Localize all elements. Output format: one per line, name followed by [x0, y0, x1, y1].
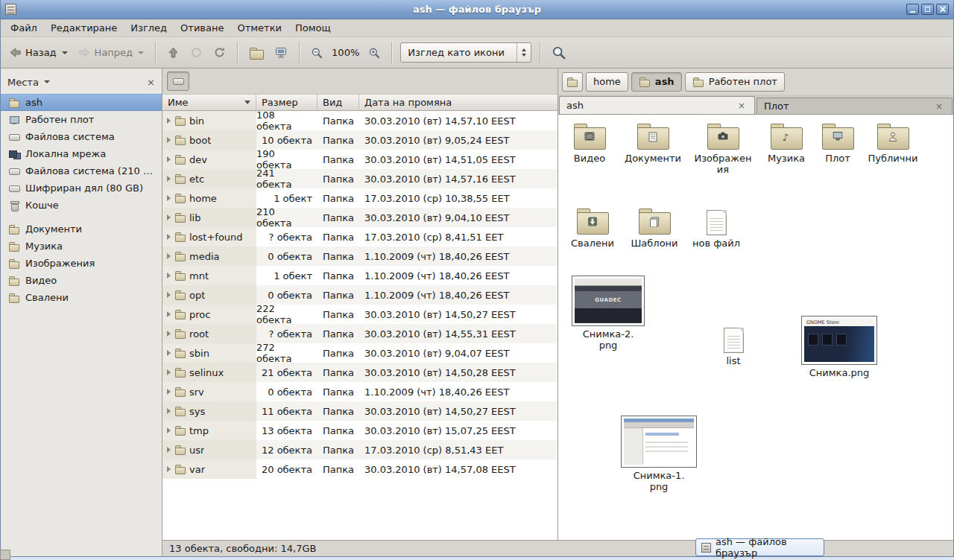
expander-icon[interactable]	[167, 214, 171, 220]
table-row[interactable]: tmp 13 обекта Папка 30.03.2010 (вт) 15,0…	[162, 421, 557, 440]
expander-icon[interactable]	[167, 137, 171, 143]
table-row[interactable]: media 0 обекта Папка 1.10.2009 (чт) 18,4…	[162, 246, 557, 266]
sidebar-item[interactable]: Документи	[1, 220, 162, 238]
maximize-button[interactable]	[921, 4, 934, 15]
sidebar-item[interactable]: Локална мрежа	[1, 145, 162, 162]
path-scroll-button[interactable]	[562, 72, 583, 92]
expander-icon[interactable]	[167, 176, 171, 182]
tab-close-icon[interactable]: ×	[736, 101, 748, 111]
table-row[interactable]: sys 11 обекта Папка 30.03.2010 (вт) 14,5…	[162, 401, 557, 421]
back-dropdown-icon[interactable]	[62, 51, 68, 54]
path-button-root[interactable]	[167, 71, 189, 91]
minimize-button[interactable]	[906, 4, 919, 15]
expander-icon[interactable]	[167, 369, 171, 375]
sidebar-item[interactable]: Файлова система	[1, 128, 162, 145]
search-button[interactable]	[547, 42, 571, 63]
icon-view[interactable]: Видео Документи	[558, 115, 953, 540]
menu-view[interactable]: Изглед	[124, 19, 174, 36]
expander-icon[interactable]	[167, 466, 171, 472]
expander-icon[interactable]	[167, 273, 171, 279]
tab-desktop[interactable]: Плот ×	[756, 98, 953, 114]
sidebar-item[interactable]: Шифриран дял (80 GB)	[1, 179, 162, 197]
table-row[interactable]: mnt 1 обект Папка 1.10.2009 (чт) 18,40,2…	[162, 266, 557, 285]
stop-button[interactable]	[186, 43, 207, 62]
table-row[interactable]: selinux 21 обекта Папка 30.03.2010 (вт) …	[162, 363, 557, 382]
file-new-file[interactable]: нов файл	[688, 210, 745, 249]
column-header-type[interactable]: Вид	[318, 95, 359, 110]
sidebar-item[interactable]: Изображения	[1, 255, 162, 272]
table-row[interactable]: home 1 обект Папка 17.03.2010 (ср) 10,38…	[162, 188, 557, 208]
sidebar-item[interactable]: Видео	[1, 272, 162, 289]
menu-go[interactable]: Отиване	[174, 19, 230, 36]
tab-close-icon[interactable]: ×	[933, 101, 945, 112]
sidebar-title[interactable]: Места	[7, 77, 39, 88]
path-button-ash[interactable]: ash	[631, 72, 682, 92]
sidebar-close-icon[interactable]: ×	[147, 77, 155, 87]
sidebar-item[interactable]: Работен плот	[1, 111, 162, 128]
expander-icon[interactable]	[167, 292, 171, 298]
expander-icon[interactable]	[167, 447, 171, 453]
table-row[interactable]: srv 0 обекта Папка 1.10.2009 (чт) 18,40,…	[162, 382, 557, 401]
table-row[interactable]: bin 108 обекта Папка 30.03.2010 (вт) 14,…	[162, 111, 557, 130]
table-row[interactable]: boot 10 обекта Папка 30.03.2010 (вт) 9,0…	[162, 130, 557, 150]
forward-dropdown-icon[interactable]	[138, 51, 144, 54]
folder-documents[interactable]: Документи	[621, 122, 685, 165]
tab-ash[interactable]: ash ×	[559, 96, 755, 114]
zoom-level[interactable]: 100%	[329, 47, 362, 58]
folder-desktop[interactable]: Плот	[815, 122, 861, 165]
path-button-desktop[interactable]: Работен плот	[685, 72, 785, 92]
file-snimka-2[interactable]: GUADEC Снимка-2.png	[572, 276, 645, 351]
zoom-in-button[interactable]	[364, 44, 385, 62]
taskbar-window-button[interactable]: ash — файлов браузър	[695, 538, 824, 556]
reload-button[interactable]	[209, 43, 230, 62]
forward-button[interactable]: Напред	[74, 43, 148, 62]
zoom-out-button[interactable]	[306, 44, 327, 62]
column-header-size[interactable]: Размер	[256, 95, 318, 110]
file-snimka-1[interactable]: Снимка-1.png	[621, 416, 697, 493]
table-row[interactable]: root ? обекта Папка 30.03.2010 (вт) 14,5…	[162, 324, 557, 343]
expander-icon[interactable]	[167, 331, 171, 337]
menu-help[interactable]: Помощ	[288, 19, 338, 36]
file-list-file[interactable]: list	[707, 328, 759, 367]
table-row[interactable]: var 20 обекта Папка 30.03.2010 (вт) 14,5…	[162, 459, 557, 479]
back-button[interactable]: Назад	[4, 43, 72, 62]
folder-video[interactable]: Видео	[563, 122, 616, 165]
file-snimka[interactable]: GNOME Store Снимка.png	[801, 316, 877, 379]
menu-file[interactable]: Файл	[4, 19, 44, 36]
expander-icon[interactable]	[167, 234, 171, 240]
sidebar-item[interactable]: Файлова система (210 MB)	[1, 162, 162, 179]
path-button-home[interactable]: home	[586, 72, 628, 92]
expander-icon[interactable]	[167, 118, 171, 124]
expander-icon[interactable]	[167, 156, 171, 162]
expander-icon[interactable]	[167, 408, 171, 414]
close-button[interactable]	[936, 4, 949, 15]
table-row[interactable]: proc 222 обекта Папка 30.03.2010 (вт) 14…	[162, 305, 557, 324]
computer-button[interactable]	[270, 43, 292, 62]
table-row[interactable]: opt 0 обекта Папка 1.10.2009 (чт) 18,40,…	[162, 285, 557, 305]
home-button[interactable]	[244, 43, 268, 62]
sidebar-item[interactable]: ash	[1, 94, 162, 111]
table-row[interactable]: lib 210 обекта Папка 30.03.2010 (вт) 9,0…	[162, 208, 557, 227]
folder-templates[interactable]: Шаблони	[625, 207, 683, 249]
column-header-name[interactable]: Име	[162, 95, 256, 110]
expander-icon[interactable]	[167, 427, 171, 433]
folder-downloads[interactable]: Свалени	[564, 207, 621, 249]
expander-icon[interactable]	[167, 389, 171, 395]
folder-pictures[interactable]: Изображения	[692, 122, 754, 176]
table-row[interactable]: sbin 272 обекта Папка 30.03.2010 (вт) 9,…	[162, 343, 557, 363]
menu-edit[interactable]: Редактиране	[44, 19, 124, 36]
expander-icon[interactable]	[167, 311, 171, 317]
sidebar-mode-dropdown-icon[interactable]	[44, 80, 50, 83]
up-button[interactable]	[162, 43, 184, 62]
table-row[interactable]: usr 12 обекта Папка 17.03.2010 (ср) 8,51…	[162, 440, 557, 459]
panel-corner[interactable]	[0, 550, 10, 560]
expander-icon[interactable]	[167, 350, 171, 356]
view-mode-select[interactable]: Изглед като икони	[400, 42, 531, 63]
expander-icon[interactable]	[167, 253, 171, 259]
titlebar[interactable]: ash — файлов браузър	[1, 0, 953, 19]
table-row[interactable]: lost+found ? обекта Папка 17.03.2010 (ср…	[162, 227, 557, 246]
table-row[interactable]: dev 190 обекта Папка 30.03.2010 (вт) 14,…	[162, 150, 557, 169]
expander-icon[interactable]	[167, 195, 171, 201]
table-row[interactable]: etc 241 обекта Папка 30.03.2010 (вт) 14,…	[162, 169, 557, 188]
sidebar-item[interactable]: Свалени	[1, 289, 162, 306]
